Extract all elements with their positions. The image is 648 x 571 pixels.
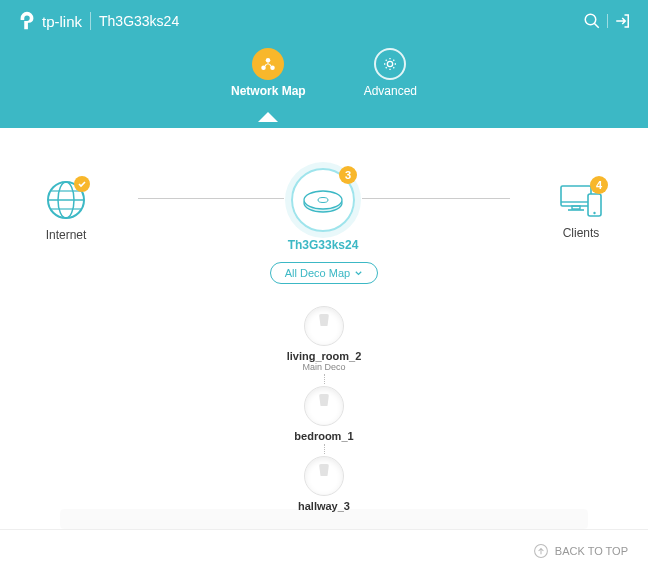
deco-item[interactable]: bedroom_1 — [294, 386, 353, 442]
deco-subtitle: Main Deco — [302, 362, 345, 372]
back-to-top-label: BACK TO TOP — [555, 545, 628, 557]
network-name: Th3G33ks24 — [99, 13, 179, 29]
svg-point-2 — [266, 58, 271, 63]
arrow-up-icon — [533, 543, 549, 559]
svg-point-0 — [585, 14, 596, 25]
network-map-row: Internet 3 Th3G33ks24 4 Clients — [40, 168, 608, 252]
divider — [607, 14, 608, 28]
main-deco-node[interactable]: 3 Th3G33ks24 — [284, 168, 363, 252]
network-map-icon — [252, 48, 284, 80]
footer: BACK TO TOP — [0, 529, 648, 571]
svg-line-1 — [594, 23, 599, 28]
divider — [90, 12, 91, 30]
deco-name: living_room_2 — [287, 350, 362, 362]
logo-area: tp-link Th3G33ks24 — [16, 10, 179, 32]
header: tp-link Th3G33ks24 Network Map Advanced — [0, 0, 648, 128]
back-to-top-button[interactable]: BACK TO TOP — [533, 543, 628, 559]
header-actions — [583, 12, 632, 30]
tab-label: Advanced — [364, 84, 417, 98]
tab-advanced[interactable]: Advanced — [364, 48, 417, 98]
chevron-down-icon — [354, 269, 363, 278]
brand-logo: tp-link — [16, 10, 82, 32]
content: Internet 3 Th3G33ks24 4 Clients All Deco… — [0, 128, 648, 512]
brand-text: tp-link — [42, 13, 82, 30]
deco-item[interactable]: hallway_3 — [298, 456, 350, 512]
node-label: Th3G33ks24 — [288, 238, 359, 252]
globe-icon — [44, 178, 88, 222]
deco-list: living_room_2 Main Deco bedroom_1 hallwa… — [40, 306, 608, 512]
search-icon[interactable] — [583, 12, 601, 30]
deco-item[interactable]: living_room_2 Main Deco — [287, 306, 362, 372]
deco-name: bedroom_1 — [294, 430, 353, 442]
svg-point-19 — [593, 212, 595, 214]
status-check-icon — [74, 176, 90, 192]
clients-node[interactable]: 4 Clients — [554, 180, 608, 240]
deco-disk-icon — [304, 306, 344, 346]
deco-disk-icon — [304, 456, 344, 496]
logout-icon[interactable] — [614, 12, 632, 30]
connector — [324, 374, 325, 384]
tplink-icon — [16, 10, 38, 32]
button-label: All Deco Map — [285, 267, 350, 279]
tab-label: Network Map — [231, 84, 306, 98]
tabs: Network Map Advanced — [0, 48, 648, 98]
svg-point-12 — [304, 191, 342, 209]
clients-icon: 4 — [558, 180, 604, 220]
internet-node[interactable]: Internet — [40, 178, 92, 242]
clients-count-badge: 4 — [590, 176, 608, 194]
svg-rect-14 — [561, 186, 591, 206]
node-label: Clients — [563, 226, 600, 240]
deco-disk-icon — [304, 386, 344, 426]
svg-rect-16 — [572, 206, 580, 209]
connector — [324, 444, 325, 454]
deco-icon: 3 — [291, 168, 355, 232]
header-top: tp-link Th3G33ks24 — [0, 0, 648, 42]
node-label: Internet — [46, 228, 87, 242]
svg-point-5 — [388, 61, 393, 66]
tab-network-map[interactable]: Network Map — [231, 48, 306, 98]
all-deco-map-button[interactable]: All Deco Map — [270, 262, 378, 284]
deco-count-badge: 3 — [339, 166, 357, 184]
advanced-icon — [374, 48, 406, 80]
footer-shadow — [60, 509, 588, 529]
